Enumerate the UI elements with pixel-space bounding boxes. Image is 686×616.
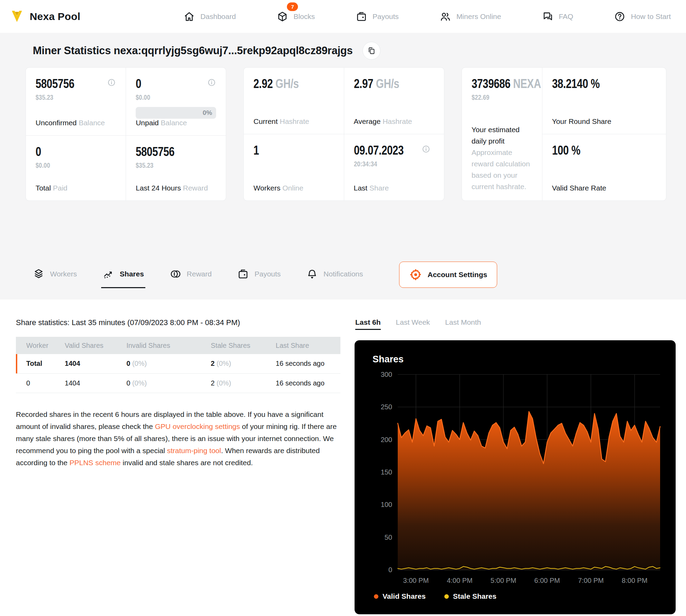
chat-icon: [542, 11, 553, 22]
inline-link[interactable]: PPLNS scheme: [69, 459, 120, 467]
nav-dashboard[interactable]: Dashboard: [183, 11, 236, 22]
wallet-icon: [356, 11, 367, 22]
svg-text:250: 250: [381, 403, 392, 411]
tab-last-6h[interactable]: Last 6h: [355, 318, 381, 330]
tab-payouts[interactable]: Payouts: [237, 268, 281, 281]
cube-icon: [277, 11, 288, 22]
hashrate-unit: GH/s: [276, 77, 299, 91]
brand[interactable]: Nexa Pool: [10, 9, 80, 24]
card-label: Last 24 Hours Reward: [136, 184, 216, 192]
average-hashrate-card: 2.97 GH/s Average Hashrate: [344, 68, 444, 134]
unpaid-balance-card: 0 $0.00 0% Unpaid Balance: [126, 68, 226, 135]
main-nav: Dashboard 7 Blocks Payouts Miners Online: [183, 11, 671, 22]
tab-notifications[interactable]: Notifications: [306, 268, 363, 281]
legend-item[interactable]: Stale Shares: [444, 592, 496, 600]
layers-icon: [33, 268, 45, 280]
svg-text:300: 300: [381, 371, 392, 378]
info-icon[interactable]: [422, 145, 431, 154]
round-share-card: 38.2140 % Your Round Share: [542, 68, 666, 134]
round-share-value: 38.2140 %: [552, 77, 600, 91]
nexa-logo-icon: [10, 9, 24, 24]
svg-text:150: 150: [381, 468, 392, 476]
gear-icon: [409, 268, 422, 281]
last-24h-reward-card: 5805756 $35.23 Last 24 Hours Reward: [126, 136, 226, 201]
valid-share-rate-value: 100 %: [552, 143, 580, 158]
nav-payouts[interactable]: Payouts: [356, 11, 399, 22]
chart-title: Shares: [365, 354, 665, 365]
tab-last-month[interactable]: Last Month: [445, 318, 481, 330]
chart-legend: Valid SharesStale Shares: [365, 592, 665, 600]
top-nav: Nexa Pool Dashboard 7 Blocks Payouts: [0, 0, 686, 33]
col-valid-shares: Valid Shares: [61, 337, 123, 354]
svg-text:0: 0: [388, 566, 392, 574]
legend-item[interactable]: Valid Shares: [374, 592, 426, 600]
nav-blocks[interactable]: 7 Blocks: [277, 11, 315, 22]
col-last-share: Last Share: [272, 337, 340, 354]
last-24h-reward-value: 5805756: [136, 145, 174, 159]
inline-link[interactable]: GPU overclocking settings: [155, 422, 240, 430]
table-row-total[interactable]: Total 1404 0 (0%) 2 (0%) 16 seconds ago: [16, 354, 340, 373]
last-share-card: 09.07.2023 20:34:34 Last Share: [344, 134, 444, 201]
nav-faq[interactable]: FAQ: [542, 11, 573, 22]
average-hashrate-value: 2.97: [354, 77, 373, 91]
info-icon[interactable]: [107, 78, 116, 87]
unpaid-balance-usd: $0.00: [136, 93, 200, 101]
shares-chart-card: Shares 0501001502002503003:00 PM4:00 PM5…: [355, 340, 676, 614]
stat-cards: 5805756 $35.23 Unconfirmed Balance 0: [20, 67, 666, 201]
account-settings-button[interactable]: Account Settings: [399, 262, 497, 288]
tab-last-week[interactable]: Last Week: [396, 318, 430, 330]
bell-icon: [306, 268, 318, 280]
last-24h-reward-usd: $35.23: [136, 161, 200, 169]
copy-icon: [367, 47, 376, 55]
svg-text:8:00 PM: 8:00 PM: [622, 577, 647, 584]
daily-profit-note: Approximate reward calculation based on …: [472, 147, 532, 192]
tab-shares[interactable]: Shares: [103, 268, 144, 281]
copy-address-button[interactable]: [363, 42, 380, 60]
svg-text:5:00 PM: 5:00 PM: [491, 577, 516, 584]
chart-range-tabs: Last 6h Last Week Last Month: [355, 318, 676, 330]
col-worker: Worker: [16, 337, 61, 354]
svg-text:50: 50: [385, 534, 392, 541]
share-statistics-panel: Share statistics: Last 35 minutes (07/09…: [16, 318, 344, 614]
table-header-row: Worker Valid Shares Invalid Shares Stale…: [16, 337, 340, 354]
info-icon[interactable]: [207, 78, 216, 87]
daily-profit-label: Your estimated daily profit: [472, 124, 532, 147]
nav-how-to-start[interactable]: How to Start: [614, 11, 671, 22]
hashrate-cards: 2.92 GH/s Current Hashrate 2.97 GH/s Ave…: [243, 67, 444, 201]
nav-miners-online[interactable]: Miners Online: [439, 11, 501, 22]
svg-text:6:00 PM: 6:00 PM: [534, 577, 560, 584]
daily-profit-usd: $22.69: [472, 93, 520, 101]
coins-icon: [170, 268, 181, 280]
svg-text:100: 100: [381, 501, 392, 508]
card-label: Valid Share Rate: [552, 184, 656, 192]
daily-profit-value: 3739686: [472, 77, 510, 91]
shares-explanation-text: Recorded shares in the recent 6 hours ar…: [16, 408, 344, 469]
miner-statistics-section: Miner Statistics nexa:qqrrlyjg5sg6wuj7..…: [0, 33, 686, 300]
shares-area-chart[interactable]: 0501001502002503003:00 PM4:00 PM5:00 PM6…: [365, 370, 665, 585]
total-paid-card: 0 $0.00 Total Paid: [26, 136, 126, 201]
wallet-icon: [237, 268, 249, 280]
share-stats-heading: Share statistics: Last 35 minutes (07/09…: [16, 318, 344, 327]
workers-online-card: 1 Workers Online: [244, 134, 344, 201]
home-icon: [183, 11, 195, 22]
card-label: Current Hashrate: [253, 117, 334, 126]
nav-label: How to Start: [631, 12, 671, 21]
shares-table: Worker Valid Shares Invalid Shares Stale…: [16, 337, 340, 393]
unconfirmed-balance-usd: $35.23: [36, 93, 100, 101]
total-paid-usd: $0.00: [36, 161, 100, 169]
svg-text:4:00 PM: 4:00 PM: [447, 577, 472, 584]
workers-online-value: 1: [253, 143, 259, 158]
tab-reward[interactable]: Reward: [170, 268, 212, 281]
users-icon: [439, 11, 451, 22]
inline-link[interactable]: stratum-ping tool: [167, 447, 221, 454]
question-circle-icon: [614, 11, 626, 22]
table-row[interactable]: 0 1404 0 (0%) 2 (0%) 16 seconds ago: [16, 373, 340, 393]
unpaid-balance-value: 0: [136, 77, 141, 91]
tab-workers[interactable]: Workers: [33, 268, 77, 281]
brand-name: Nexa Pool: [30, 11, 80, 22]
section-tabs: Workers Shares Reward Payouts: [20, 262, 666, 288]
card-label: Average Hashrate: [354, 117, 434, 126]
nav-label: Payouts: [373, 12, 399, 21]
last-share-time: 20:34:34: [354, 160, 418, 168]
card-label: Total Paid: [36, 184, 116, 192]
